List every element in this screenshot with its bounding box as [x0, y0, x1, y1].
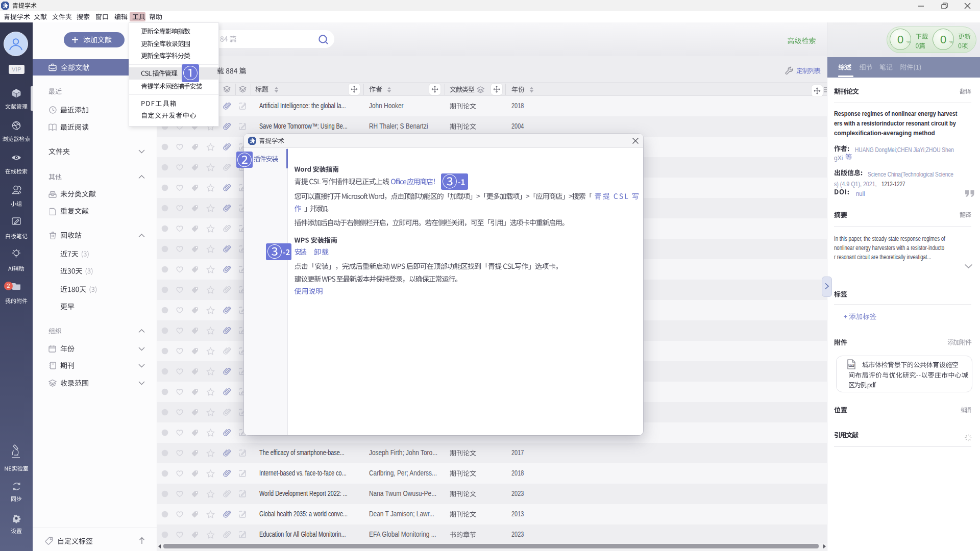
svg-text:PDF: PDF	[849, 364, 853, 367]
